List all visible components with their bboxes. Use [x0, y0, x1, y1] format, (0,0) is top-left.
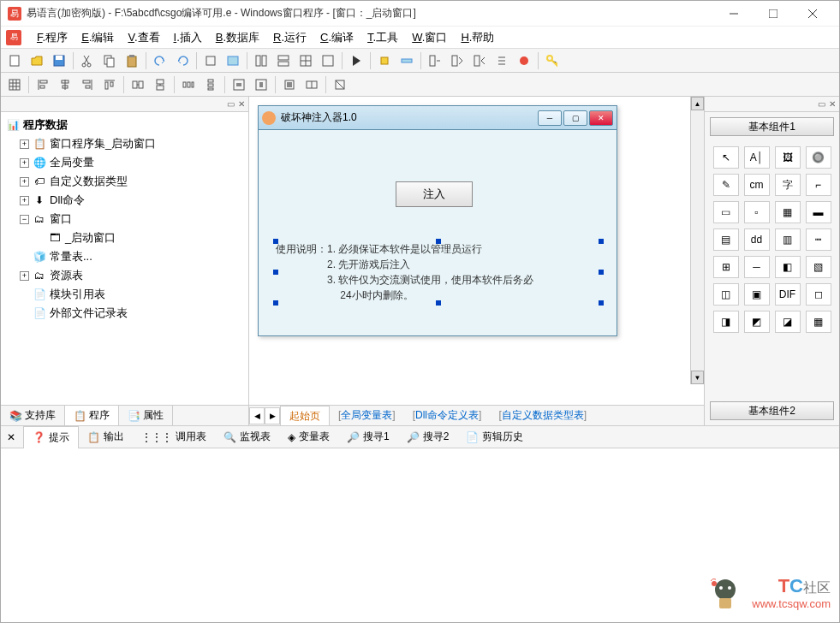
step-icon-5[interactable] — [514, 50, 534, 71]
undo-icon[interactable] — [150, 50, 170, 71]
component-button-12[interactable]: ▤ — [713, 228, 739, 251]
window-icon-2[interactable] — [273, 50, 294, 71]
tree-expand-icon[interactable]: + — [20, 139, 29, 149]
layout-icon-1[interactable] — [279, 74, 300, 95]
component-button-10[interactable]: ▦ — [775, 201, 801, 223]
form-body[interactable]: 注入 使用说明：1. 必须保证本软件是以管理员运行 2. 先开游戏后注入 3. … — [259, 130, 617, 335]
component-button-9[interactable]: ▫ — [744, 201, 770, 223]
selection-handle[interactable] — [273, 300, 278, 306]
center-tab[interactable]: 起始页 — [280, 406, 330, 426]
usage-label[interactable]: 使用说明：1. 必须保证本软件是以管理员运行 2. 先开游戏后注入 3. 软件仅… — [276, 241, 601, 303]
cut-icon[interactable] — [77, 50, 98, 71]
align-top-icon[interactable] — [99, 74, 120, 95]
component-button-0[interactable]: ↖ — [713, 146, 739, 169]
component-button-2[interactable]: 🖼 — [775, 146, 801, 169]
center-tab[interactable]: 自定义数据类型表 — [490, 406, 595, 426]
save-icon[interactable] — [49, 50, 69, 71]
debug-icon-2[interactable] — [396, 50, 417, 71]
tree-item[interactable]: 🧊常量表... — [4, 247, 245, 266]
design-area[interactable]: 破坏神注入器1.0 ─ ▢ ✕ 注入 使用说明：1. 必须保证本软件是以管理员运… — [249, 97, 704, 405]
maximize-button[interactable] — [754, 1, 793, 27]
center-v-icon[interactable] — [251, 74, 271, 95]
form-maximize-button[interactable]: ▢ — [563, 110, 587, 126]
window-icon-1[interactable] — [251, 50, 271, 71]
component-button-15[interactable]: ┉ — [806, 228, 831, 251]
grid-icon[interactable] — [4, 74, 25, 95]
minimize-button[interactable] — [714, 1, 754, 27]
component-button-27[interactable]: ▦ — [806, 311, 831, 333]
debug-icon-1[interactable] — [374, 50, 395, 71]
tree-item[interactable]: 📄模块引用表 — [4, 285, 245, 304]
tree-expand-icon[interactable]: − — [20, 215, 29, 224]
redo-icon[interactable] — [172, 50, 193, 71]
layout-icon-2[interactable] — [301, 74, 322, 95]
menu-t[interactable]: T.工具 — [360, 27, 405, 48]
selection-handle[interactable] — [436, 300, 441, 306]
step-icon-3[interactable] — [469, 50, 490, 71]
vertical-scrollbar[interactable]: ▲ ▼ — [690, 97, 704, 384]
component-button-16[interactable]: ⊞ — [713, 256, 739, 278]
form-designer[interactable]: 破坏神注入器1.0 ─ ▢ ✕ 注入 使用说明：1. 必须保证本软件是以管理员运… — [258, 105, 617, 336]
tree-expand-icon[interactable]: + — [20, 158, 29, 168]
tree-item[interactable]: +📋窗口程序集_启动窗口 — [4, 134, 245, 153]
bottom-tab[interactable]: 📄剪辑历史 — [457, 426, 532, 448]
component-button-7[interactable]: ⌐ — [806, 174, 831, 196]
menu-v[interactable]: V.查看 — [121, 27, 166, 48]
tool-icon-2[interactable] — [223, 50, 243, 71]
tree-expand-icon[interactable]: + — [20, 196, 29, 205]
bottom-tab[interactable]: ◈变量表 — [279, 426, 338, 448]
tree-item[interactable]: +🗂资源表 — [4, 266, 245, 285]
component-button-20[interactable]: ◫ — [713, 283, 739, 306]
inject-button[interactable]: 注入 — [396, 181, 473, 207]
menu-e[interactable]: E.编辑 — [74, 27, 121, 48]
panel-pin-icon[interactable]: ▭ — [227, 99, 235, 109]
paste-icon[interactable] — [122, 50, 142, 71]
center-tab[interactable]: 全局变量表 — [330, 406, 404, 426]
output-area[interactable]: TC社区 www.tcsqw.com — [1, 448, 839, 622]
component-button-8[interactable]: ▭ — [713, 201, 739, 223]
close-button[interactable] — [793, 1, 832, 27]
component-button-19[interactable]: ▧ — [806, 256, 831, 278]
left-tab[interactable]: 📚支持库 — [1, 406, 65, 425]
align-left-icon[interactable] — [33, 74, 53, 95]
selection-handle[interactable] — [436, 239, 441, 244]
component-button-22[interactable]: DIF — [775, 283, 801, 306]
selection-handle[interactable] — [599, 270, 604, 275]
new-icon[interactable] — [4, 50, 25, 71]
resize-icon-1[interactable] — [128, 74, 148, 95]
bottom-tab[interactable]: 🔎搜寻1 — [338, 426, 398, 448]
tab-prev-button[interactable]: ◀ — [249, 407, 265, 424]
menu-h[interactable]: H.帮助 — [454, 27, 501, 48]
selection-handle[interactable] — [273, 270, 278, 275]
component-button-11[interactable]: ▬ — [806, 201, 831, 223]
tree-expand-icon[interactable]: + — [20, 177, 29, 187]
tree-item[interactable]: +🏷自定义数据类型 — [4, 172, 245, 191]
run-icon[interactable] — [346, 50, 366, 71]
component-button-23[interactable]: ◻ — [806, 283, 831, 306]
bottom-tab[interactable]: 🔎搜寻2 — [398, 426, 458, 448]
tree-item[interactable]: 📄外部文件记录表 — [4, 304, 245, 323]
scroll-down-icon[interactable]: ▼ — [691, 371, 704, 384]
step-icon-2[interactable] — [447, 50, 468, 71]
center-tab[interactable]: Dll命令定义表 — [404, 406, 491, 426]
component-button-18[interactable]: ◧ — [775, 256, 801, 278]
open-icon[interactable] — [27, 50, 47, 71]
tree-item[interactable]: +🌐全局变量 — [4, 153, 245, 172]
selection-handle[interactable] — [599, 239, 604, 244]
component-group-1[interactable]: 基本组件1 — [710, 117, 834, 136]
menu-w[interactable]: W.窗口 — [405, 27, 454, 48]
tree-item[interactable]: +⬇Dll命令 — [4, 191, 245, 210]
panel-pin-icon[interactable]: ▭ — [818, 99, 825, 109]
spacing-icon-2[interactable] — [200, 74, 221, 95]
menu-r[interactable]: R.运行 — [266, 27, 313, 48]
key-icon[interactable] — [542, 50, 563, 71]
menu-f[interactable]: F.程序 — [30, 27, 74, 48]
spacing-icon-1[interactable] — [178, 74, 199, 95]
tool-icon-1[interactable] — [200, 50, 221, 71]
component-button-24[interactable]: ◨ — [713, 311, 739, 333]
align-right-icon[interactable] — [77, 74, 98, 95]
form-minimize-button[interactable]: ─ — [538, 110, 562, 126]
center-h-icon[interactable] — [229, 74, 249, 95]
project-tree[interactable]: 📊 程序数据 +📋窗口程序集_启动窗口+🌐全局变量+🏷自定义数据类型+⬇Dll命… — [1, 112, 248, 405]
selection-handle[interactable] — [273, 239, 278, 244]
